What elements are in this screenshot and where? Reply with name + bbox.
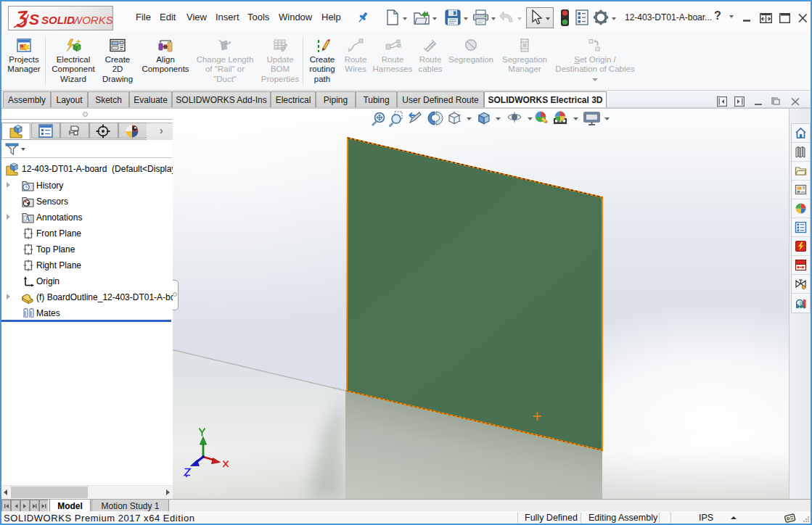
- svg-text:WORKS: WORKS: [72, 14, 112, 26]
- svg-text:SOLID: SOLID: [41, 14, 75, 26]
- svg-text:Ʒ: Ʒ: [15, 7, 29, 28]
- svg-text:S: S: [29, 11, 39, 28]
- svg-text:A: A: [25, 215, 30, 223]
